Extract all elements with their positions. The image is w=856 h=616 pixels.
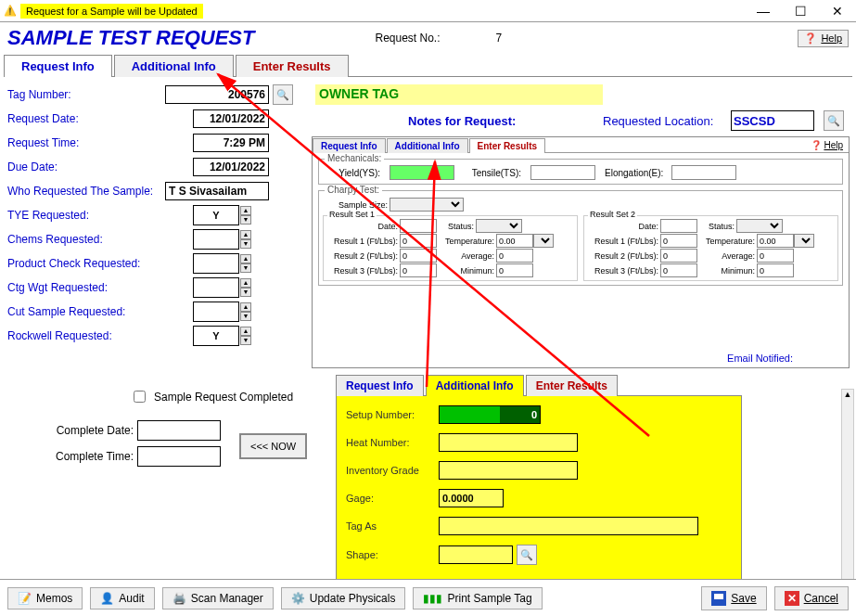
rs1-date-input[interactable] xyxy=(400,219,437,233)
rs1-average-label: Average: xyxy=(437,251,494,261)
spinner-down-icon[interactable]: ▼ xyxy=(240,336,251,345)
rockwell-requested-spinner[interactable]: Y▲▼ xyxy=(193,326,239,346)
requested-location-input[interactable] xyxy=(731,110,814,131)
audit-icon: 👤 xyxy=(100,592,114,605)
rs1-result2-input[interactable] xyxy=(400,249,437,263)
subpanel-help-button[interactable]: ❓Help xyxy=(805,137,849,152)
subtab2-request-info[interactable]: Request Info xyxy=(336,375,424,396)
rs2-average-input[interactable] xyxy=(757,249,794,263)
help-button[interactable]: ❓ Help xyxy=(798,30,849,47)
search-icon: 🔍 xyxy=(827,115,840,127)
rs1-status-select[interactable] xyxy=(476,219,522,233)
subtab-enter-results[interactable]: Enter Results xyxy=(469,138,545,153)
spinner-down-icon[interactable]: ▼ xyxy=(240,263,251,273)
tag-as-input[interactable] xyxy=(439,517,698,535)
rs2-temperature-input[interactable] xyxy=(757,234,794,248)
minimize-button[interactable]: — xyxy=(745,0,782,22)
spinner-down-icon[interactable]: ▼ xyxy=(240,312,251,321)
rs1-status-label: Status: xyxy=(437,222,474,231)
rs1-minimum-input[interactable] xyxy=(496,263,533,277)
tag-number-search-button[interactable]: 🔍 xyxy=(273,84,293,105)
rs2-date-input[interactable] xyxy=(660,219,697,233)
rs1-result1-input[interactable] xyxy=(400,234,437,248)
tab-additional-info[interactable]: Additional Info xyxy=(114,55,234,77)
due-date-input[interactable] xyxy=(193,158,269,176)
memos-button[interactable]: 📝Memos xyxy=(7,587,83,610)
shape-input[interactable] xyxy=(439,545,513,564)
save-button[interactable]: Save xyxy=(701,586,766,610)
tensile-input[interactable] xyxy=(530,165,595,180)
rs1-temp-unit-select[interactable] xyxy=(533,234,554,248)
scroll-up-icon[interactable]: ▲ xyxy=(842,390,853,403)
print-sample-tag-button[interactable]: ▮▮▮Print Sample Tag xyxy=(413,587,542,610)
rs2-average-label: Average: xyxy=(697,251,755,261)
rs2-minimum-label: Minimun: xyxy=(697,266,755,276)
tab-request-info[interactable]: Request Info xyxy=(4,55,112,77)
spinner-down-icon[interactable]: ▼ xyxy=(240,288,251,297)
rs2-result2-label: Result 2 (Ft/Lbs): xyxy=(586,251,658,261)
yield-input[interactable] xyxy=(390,165,454,180)
now-button[interactable]: <<< NOW xyxy=(239,433,307,459)
spinner-up-icon[interactable]: ▲ xyxy=(240,254,251,263)
sample-request-completed-label: Sample Request Completed xyxy=(154,391,293,404)
spinner-up-icon[interactable]: ▲ xyxy=(240,278,251,288)
update-physicals-button[interactable]: ⚙️Update Physicals xyxy=(281,587,406,610)
tab-enter-results[interactable]: Enter Results xyxy=(236,55,349,77)
subtab2-additional-info[interactable]: Additional Info xyxy=(426,375,524,396)
sample-request-completed-checkbox[interactable] xyxy=(134,391,146,403)
request-time-input[interactable] xyxy=(193,134,269,152)
inventory-grade-input[interactable] xyxy=(439,461,578,480)
rs1-date-label: Date: xyxy=(326,222,398,231)
memos-icon: 📝 xyxy=(18,592,32,605)
elongation-input[interactable] xyxy=(671,165,736,180)
cut-sample-requested-spinner[interactable]: ▲▼ xyxy=(193,302,239,322)
spinner-up-icon[interactable]: ▲ xyxy=(240,327,251,336)
gear-icon: ⚙️ xyxy=(291,592,305,605)
mechanicals-legend: Mechanicals: xyxy=(325,153,384,163)
subtab2-enter-results[interactable]: Enter Results xyxy=(526,375,618,396)
ctg-wgt-requested-spinner[interactable]: ▲▼ xyxy=(193,277,239,298)
product-check-requested-spinner[interactable]: ▲▼ xyxy=(193,253,239,274)
heat-number-input[interactable] xyxy=(439,433,578,452)
rs2-minimum-input[interactable] xyxy=(757,263,794,277)
complete-date-input[interactable] xyxy=(137,420,221,441)
spinner-down-icon[interactable]: ▼ xyxy=(240,215,251,225)
spinner-down-icon[interactable]: ▼ xyxy=(240,239,251,249)
rs2-result1-input[interactable] xyxy=(660,234,697,248)
window-title: Request for a Sample will be Updated xyxy=(20,4,203,19)
rs2-result2-input[interactable] xyxy=(660,249,697,263)
sample-size-select[interactable] xyxy=(390,198,464,212)
close-button[interactable]: ✕ xyxy=(819,0,856,22)
who-requested-input[interactable] xyxy=(165,182,269,200)
rs2-result3-input[interactable] xyxy=(660,263,697,277)
rs1-average-input[interactable] xyxy=(496,249,533,263)
spinner-up-icon[interactable]: ▲ xyxy=(240,302,251,312)
request-date-input[interactable] xyxy=(193,109,269,128)
maximize-button[interactable]: ☐ xyxy=(782,0,819,22)
shape-search-button[interactable]: 🔍 xyxy=(517,545,537,565)
due-date-label: Due Date: xyxy=(7,160,165,173)
subtab-additional-info[interactable]: Additional Info xyxy=(387,138,468,153)
rs1-result3-input[interactable] xyxy=(400,263,437,277)
spinner-up-icon[interactable]: ▲ xyxy=(240,230,251,239)
barcode-icon: ▮▮▮ xyxy=(423,592,442,605)
shape-label: Shape: xyxy=(346,549,439,560)
rockwell-requested-label: Rockwell Requested: xyxy=(7,329,165,342)
gage-input[interactable] xyxy=(439,489,504,507)
cancel-button[interactable]: ✕Cancel xyxy=(774,586,849,610)
tye-requested-spinner[interactable]: Y▲▼ xyxy=(193,205,239,225)
subtab-request-info[interactable]: Request Info xyxy=(313,138,386,153)
complete-time-input[interactable] xyxy=(137,446,221,467)
rs1-result1-label: Result 1 (Ft/Lbs): xyxy=(326,237,398,246)
rs1-temperature-input[interactable] xyxy=(496,234,533,248)
requested-location-search-button[interactable]: 🔍 xyxy=(824,110,844,131)
rs2-temp-unit-select[interactable] xyxy=(794,234,814,248)
spinner-up-icon[interactable]: ▲ xyxy=(240,206,251,215)
chems-requested-spinner[interactable]: ▲▼ xyxy=(193,229,239,250)
scan-manager-button[interactable]: 🖨️Scan Manager xyxy=(162,587,274,610)
tag-number-input[interactable] xyxy=(165,85,269,104)
audit-button[interactable]: 👤Audit xyxy=(90,587,154,610)
rs2-status-label: Status: xyxy=(697,222,735,231)
setup-number-input[interactable] xyxy=(439,405,541,424)
rs2-status-select[interactable] xyxy=(736,219,783,233)
